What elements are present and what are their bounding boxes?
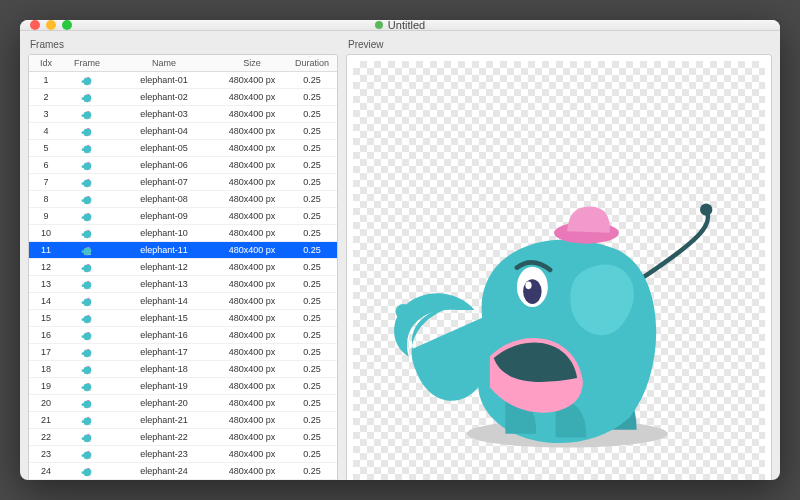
cell-idx: 19: [29, 378, 63, 394]
svg-point-9: [87, 144, 90, 145]
frame-thumbnail-icon: [77, 227, 97, 240]
table-row[interactable]: 23elephant-23480x400 px0.25: [29, 446, 337, 463]
col-header-idx[interactable]: Idx: [29, 55, 63, 71]
table-row[interactable]: 22elephant-22480x400 px0.25: [29, 429, 337, 446]
cell-size: 480x400 px: [217, 157, 287, 173]
table-row[interactable]: 18elephant-18480x400 px0.25: [29, 361, 337, 378]
table-row[interactable]: 5elephant-05480x400 px0.25: [29, 140, 337, 157]
cell-duration: 0.25: [287, 395, 337, 411]
cell-name: elephant-18: [111, 361, 217, 377]
frame-thumbnail-icon: [77, 244, 97, 257]
maximize-button[interactable]: [62, 20, 72, 30]
col-header-duration[interactable]: Duration: [287, 55, 337, 71]
cell-idx: 2: [29, 89, 63, 105]
svg-point-59: [700, 203, 712, 215]
table-row[interactable]: 17elephant-17480x400 px0.25: [29, 344, 337, 361]
table-row[interactable]: 6elephant-06480x400 px0.25: [29, 157, 337, 174]
frame-thumbnail-icon: [77, 142, 97, 155]
traffic-lights: [20, 20, 72, 30]
frames-table-body[interactable]: 1elephant-01480x400 px0.252elephant-0248…: [29, 72, 337, 480]
svg-point-43: [87, 433, 90, 434]
svg-point-45: [87, 450, 90, 451]
cell-idx: 7: [29, 174, 63, 190]
table-row[interactable]: 10elephant-10480x400 px0.25: [29, 225, 337, 242]
svg-point-19: [87, 229, 90, 230]
cell-size: 480x400 px: [217, 225, 287, 241]
cell-name: elephant-23: [111, 446, 217, 462]
window-title-text: Untitled: [388, 20, 425, 31]
table-row[interactable]: 20elephant-20480x400 px0.25: [29, 395, 337, 412]
cell-duration: 0.25: [287, 208, 337, 224]
frame-thumbnail-icon: [77, 193, 97, 206]
svg-point-39: [87, 399, 90, 400]
svg-point-23: [87, 263, 90, 264]
frame-thumbnail-icon: [77, 261, 97, 274]
preview-label: Preview: [346, 37, 772, 54]
cell-duration: 0.25: [287, 259, 337, 275]
cell-duration: 0.25: [287, 106, 337, 122]
app-window: Untitled Frames Idx Frame Name Size Dura…: [20, 20, 780, 480]
table-row[interactable]: 9elephant-09480x400 px0.25: [29, 208, 337, 225]
cell-duration: 0.25: [287, 191, 337, 207]
table-row[interactable]: 3elephant-03480x400 px0.25: [29, 106, 337, 123]
close-button[interactable]: [30, 20, 40, 30]
cell-name: elephant-09: [111, 208, 217, 224]
cell-duration: 0.25: [287, 225, 337, 241]
table-row[interactable]: 14elephant-14480x400 px0.25: [29, 293, 337, 310]
cell-name: elephant-07: [111, 174, 217, 190]
cell-idx: 23: [29, 446, 63, 462]
frame-thumbnail-icon: [77, 210, 97, 223]
cell-thumb: [63, 462, 111, 481]
cell-idx: 17: [29, 344, 63, 360]
cell-idx: 9: [29, 208, 63, 224]
cell-name: elephant-14: [111, 293, 217, 309]
col-header-size[interactable]: Size: [217, 55, 287, 71]
table-row[interactable]: 11elephant-11480x400 px0.25: [29, 242, 337, 259]
col-header-name[interactable]: Name: [111, 55, 217, 71]
frames-label: Frames: [28, 37, 338, 54]
cell-size: 480x400 px: [217, 123, 287, 139]
cell-size: 480x400 px: [217, 191, 287, 207]
cell-idx: 21: [29, 412, 63, 428]
svg-point-35: [87, 365, 90, 366]
cell-name: elephant-22: [111, 429, 217, 445]
cell-name: elephant-15: [111, 310, 217, 326]
table-row[interactable]: 16elephant-16480x400 px0.25: [29, 327, 337, 344]
table-row[interactable]: 21elephant-21480x400 px0.25: [29, 412, 337, 429]
table-row[interactable]: 7elephant-07480x400 px0.25: [29, 174, 337, 191]
cell-name: elephant-03: [111, 106, 217, 122]
cell-duration: 0.25: [287, 72, 337, 88]
cell-name: elephant-17: [111, 344, 217, 360]
table-row[interactable]: 19elephant-19480x400 px0.25: [29, 378, 337, 395]
preview-pane: Preview: [346, 37, 772, 480]
svg-point-25: [87, 280, 90, 281]
minimize-button[interactable]: [46, 20, 56, 30]
cell-size: 480x400 px: [217, 259, 287, 275]
svg-point-7: [87, 127, 90, 128]
table-row[interactable]: 2elephant-02480x400 px0.25: [29, 89, 337, 106]
cell-size: 480x400 px: [217, 327, 287, 343]
cell-size: 480x400 px: [217, 463, 287, 479]
cell-idx: 11: [29, 242, 63, 258]
table-row[interactable]: 12elephant-12480x400 px0.25: [29, 259, 337, 276]
cell-thumb: [63, 479, 111, 481]
preview-image: [374, 86, 745, 480]
svg-point-37: [87, 382, 90, 383]
cell-name: elephant-16: [111, 327, 217, 343]
cell-idx: 18: [29, 361, 63, 377]
cell-size: 480x400 px: [217, 140, 287, 156]
frames-panel: Idx Frame Name Size Duration 1elephant-0…: [28, 54, 338, 480]
frame-thumbnail-icon: [77, 329, 97, 342]
col-header-frame[interactable]: Frame: [63, 55, 111, 71]
table-row[interactable]: 24elephant-24480x400 px0.25: [29, 463, 337, 480]
table-row[interactable]: 13elephant-13480x400 px0.25: [29, 276, 337, 293]
frame-thumbnail-icon: [77, 431, 97, 444]
svg-point-31: [87, 331, 90, 332]
table-row[interactable]: 1elephant-01480x400 px0.25: [29, 72, 337, 89]
table-row[interactable]: 15elephant-15480x400 px0.25: [29, 310, 337, 327]
cell-duration: 0.25: [287, 293, 337, 309]
svg-point-41: [87, 416, 90, 417]
table-row[interactable]: 4elephant-04480x400 px0.25: [29, 123, 337, 140]
table-row[interactable]: 8elephant-08480x400 px0.25: [29, 191, 337, 208]
cell-size: 480x400 px: [217, 361, 287, 377]
